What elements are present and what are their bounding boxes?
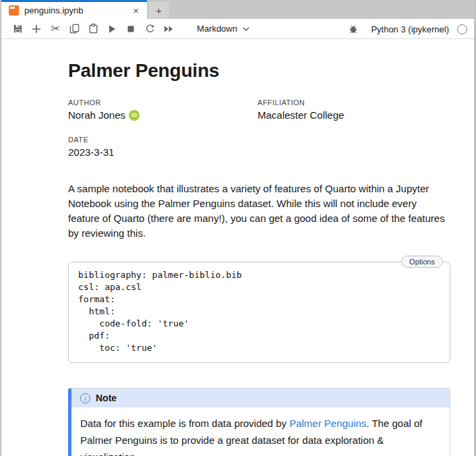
meta-affiliation: AFFILIATION Macalester College: [258, 98, 448, 121]
notebook-content: Palmer Penguins AUTHOR Norah Jones iD AF…: [1, 39, 474, 456]
paste-icon: [88, 24, 98, 34]
date-value: 2023-3-31: [68, 146, 258, 158]
intro-paragraph: A sample notebook that illustrates a var…: [68, 181, 448, 241]
interrupt-kernel-button[interactable]: [121, 21, 140, 37]
cell-type-dropdown[interactable]: Markdown: [197, 24, 249, 34]
toolbar-right-group: Python 3 (ipykernel): [344, 19, 467, 39]
cut-cells-button[interactable]: ✂: [46, 21, 65, 37]
save-button[interactable]: [8, 21, 27, 37]
save-icon: [13, 24, 23, 34]
info-icon: i: [80, 393, 90, 403]
restart-icon: [145, 24, 155, 34]
date-label: DATE: [68, 136, 258, 144]
debugger-button[interactable]: [344, 21, 363, 37]
note-callout: i Note Data for this example is from dat…: [68, 388, 450, 456]
run-cell-button[interactable]: [102, 21, 121, 37]
orcid-icon[interactable]: iD: [129, 110, 140, 121]
page-title: Palmer Penguins: [68, 59, 448, 82]
meta-author: AUTHOR Norah Jones iD: [68, 98, 258, 121]
restart-kernel-button[interactable]: [140, 21, 159, 37]
copy-cells-button[interactable]: [65, 21, 84, 37]
palmer-penguins-link[interactable]: Palmer Penguins: [289, 418, 366, 429]
new-tab-button[interactable]: +: [148, 2, 169, 19]
scissors-icon: ✂: [51, 23, 60, 34]
note-callout-title: Note: [96, 393, 117, 403]
note-callout-body: Data for this example is from data provi…: [71, 407, 450, 456]
jupyter-notebook-window: penguins.ipynb × + ✂: [0, 0, 476, 456]
paste-cells-button[interactable]: [84, 21, 102, 37]
tab-penguins-ipynb[interactable]: penguins.ipynb ×: [1, 0, 147, 19]
author-name: Norah Jones: [68, 109, 125, 121]
run-icon: [107, 24, 117, 34]
add-cell-button[interactable]: [27, 21, 46, 37]
author-label: AUTHOR: [68, 98, 258, 107]
cell-type-label: Markdown: [197, 24, 237, 34]
notebook-file-icon: [9, 5, 19, 16]
yaml-options-block: Options bibliography: palmer-biblio.bib …: [68, 262, 450, 363]
note-callout-header[interactable]: i Note: [71, 389, 450, 407]
copy-icon: [69, 24, 80, 34]
yaml-code[interactable]: bibliography: palmer-biblio.bib csl: apa…: [69, 262, 450, 362]
fast-forward-icon: [164, 25, 174, 33]
options-button[interactable]: Options: [401, 256, 443, 268]
note-text-before-link: Data for this example is from data provi…: [80, 418, 289, 429]
chevron-down-icon: [243, 27, 249, 31]
notebook-toolbar: ✂ Markdown Python 3 (ipykernel): [1, 19, 474, 39]
restart-run-all-button[interactable]: [159, 21, 178, 37]
tab-title: penguins.ipynb: [24, 5, 125, 16]
close-tab-icon[interactable]: ×: [130, 5, 142, 16]
meta-date: DATE 2023-3-31: [68, 136, 258, 158]
bug-icon: [349, 24, 358, 34]
plus-icon: [32, 24, 41, 34]
tab-bar: penguins.ipynb × +: [1, 0, 474, 19]
kernel-status-icon[interactable]: [457, 24, 467, 34]
kernel-name[interactable]: Python 3 (ipykernel): [371, 24, 449, 34]
stop-icon: [127, 25, 135, 33]
affiliation-value: Macalester College: [258, 109, 448, 121]
affiliation-label: AFFILIATION: [258, 98, 448, 107]
document-meta: AUTHOR Norah Jones iD AFFILIATION Macale…: [68, 98, 448, 158]
